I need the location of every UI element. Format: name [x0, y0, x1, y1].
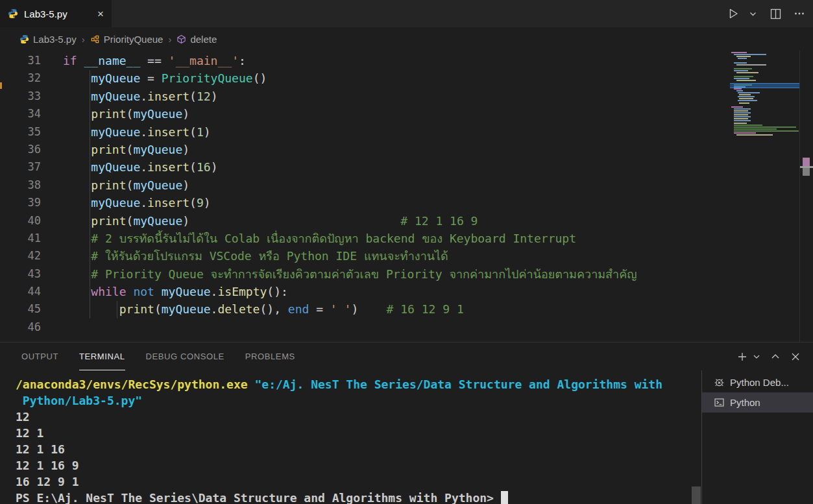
- line-number: 31: [0, 52, 41, 69]
- code-line[interactable]: 38 print(myQueue): [0, 176, 813, 194]
- line-number: 38: [0, 176, 41, 194]
- code-line[interactable]: 40 print(myQueue) # 12 1 16 9: [0, 212, 813, 230]
- gutter-decoration: [0, 82, 2, 89]
- line-number: 32: [0, 69, 41, 87]
- class-icon: [90, 34, 100, 44]
- code-line[interactable]: 32 myQueue = PriorityQueue(): [0, 69, 813, 87]
- indent-guide: [90, 70, 90, 318]
- scrollbar-thumb[interactable]: [803, 168, 810, 176]
- line-number: 46: [0, 318, 41, 336]
- terminal-line: PS E:\Aj. NesT The Series\Data Structure…: [16, 490, 694, 504]
- breadcrumb-separator: ›: [82, 34, 85, 45]
- close-panel-button[interactable]: [791, 352, 800, 361]
- line-number: 41: [0, 230, 41, 247]
- split-editor-button[interactable]: [770, 8, 781, 19]
- debug-bug-icon: [714, 377, 725, 388]
- line-number: 45: [0, 300, 41, 318]
- editor-actions: [727, 0, 805, 27]
- line-number: 40: [0, 212, 41, 230]
- code-line[interactable]: 43 # Priority Queue จะทำการจัดเรียงคิวตา…: [0, 265, 813, 283]
- run-button[interactable]: [727, 7, 740, 20]
- editor-tab-bar: Lab3-5.py ×: [0, 0, 813, 27]
- line-number: 44: [0, 283, 41, 300]
- code-line[interactable]: 41 # 2 บรรทัดนี้รันไม่ได้ใน Colab เนื่อง…: [0, 230, 813, 247]
- indent-guide: [117, 301, 117, 318]
- panel-actions: [737, 342, 800, 370]
- breadcrumb-file[interactable]: Lab3-5.py: [19, 34, 77, 45]
- terminal-line: 12 1 16 9: [16, 457, 694, 474]
- terminal-shell-icon: [714, 397, 725, 408]
- line-number: 37: [0, 158, 41, 176]
- terminal-line: /anaconda3/envs/RecSys/python.exe "e:/Aj…: [16, 376, 694, 392]
- code-line[interactable]: 31if __name__ == '__main__':: [0, 52, 813, 69]
- code-line[interactable]: 35 myQueue.insert(1): [0, 123, 813, 141]
- python-icon: [19, 34, 29, 44]
- terminal-cursor: [501, 491, 508, 504]
- terminal-line: Python/Lab3-5.py": [16, 392, 694, 409]
- code-line[interactable]: 36 print(myQueue): [0, 141, 813, 158]
- code-lines: 31if __name__ == '__main__':32 myQueue =…: [0, 52, 813, 336]
- code-line[interactable]: 39 myQueue.insert(9): [0, 194, 813, 211]
- breadcrumb-class[interactable]: PriorityQueue: [90, 34, 164, 45]
- line-number: 43: [0, 265, 41, 283]
- code-editor[interactable]: 31if __name__ == '__main__':32 myQueue =…: [0, 51, 813, 342]
- run-dropdown-chevron-icon[interactable]: [749, 10, 757, 18]
- minimap[interactable]: [730, 51, 800, 206]
- terminal-item-python-debug[interactable]: Python Deb...: [702, 372, 813, 392]
- terminal-list: Python Deb... Python: [701, 370, 813, 504]
- tab-lab3-5[interactable]: Lab3-5.py ×: [0, 0, 112, 27]
- minimap-highlight-band: [730, 83, 800, 88]
- line-number: 34: [0, 105, 41, 123]
- code-line[interactable]: 45 print(myQueue.delete(), end = ' ') # …: [0, 300, 813, 318]
- breadcrumb-separator: ›: [168, 34, 171, 45]
- line-number: 35: [0, 123, 41, 141]
- breadcrumb-method[interactable]: delete: [176, 34, 217, 45]
- python-icon: [8, 8, 18, 19]
- vscode-window: Lab3-5.py ×: [0, 0, 813, 504]
- more-actions-button[interactable]: [794, 8, 805, 19]
- new-terminal-button[interactable]: [737, 352, 747, 362]
- line-number: 36: [0, 141, 41, 158]
- panel-tabs: OUTPUT TERMINAL DEBUG CONSOLE PROBLEMS: [0, 342, 295, 370]
- line-number: 42: [0, 247, 41, 265]
- code-line[interactable]: 46: [0, 318, 813, 336]
- tab-problems[interactable]: PROBLEMS: [245, 342, 295, 370]
- terminal-line: 16 12 9 1: [16, 474, 694, 490]
- terminal-line: 12 1: [16, 425, 694, 441]
- editor-scrollbar[interactable]: [799, 51, 813, 342]
- tab-close-button[interactable]: ×: [97, 8, 104, 19]
- breadcrumb: Lab3-5.py › PriorityQueue › delete: [0, 27, 813, 51]
- terminal-line: 12: [16, 409, 694, 425]
- terminal-item-python[interactable]: Python: [702, 392, 813, 413]
- terminal-dropdown-chevron-icon[interactable]: [753, 354, 760, 360]
- code-line[interactable]: 34 print(myQueue): [0, 105, 813, 123]
- code-line[interactable]: 42 # ให้รันด้วยโปรแกรม VSCode หรือ Pytho…: [0, 247, 813, 265]
- line-number: 33: [0, 88, 41, 105]
- tab-title: Lab3-5.py: [24, 8, 67, 19]
- method-cube-icon: [176, 34, 186, 44]
- overview-ruler-marker: [803, 158, 810, 166]
- bottom-panel: OUTPUT TERMINAL DEBUG CONSOLE PROBLEMS /…: [0, 342, 813, 504]
- terminal-output[interactable]: /anaconda3/envs/RecSys/python.exe "e:/Aj…: [16, 376, 694, 504]
- code-line[interactable]: 37 myQueue.insert(16): [0, 158, 813, 176]
- terminal-scrollbar[interactable]: [692, 486, 701, 504]
- tab-terminal[interactable]: TERMINAL: [79, 342, 125, 370]
- terminal-line: 12 1 16: [16, 441, 694, 457]
- tab-output[interactable]: OUTPUT: [21, 342, 58, 370]
- maximize-panel-button[interactable]: [771, 352, 780, 361]
- code-line[interactable]: 33 myQueue.insert(12): [0, 88, 813, 105]
- code-line[interactable]: 44 while not myQueue.isEmpty():: [0, 283, 813, 300]
- tab-debug-console[interactable]: DEBUG CONSOLE: [146, 342, 224, 370]
- line-number: 39: [0, 194, 41, 211]
